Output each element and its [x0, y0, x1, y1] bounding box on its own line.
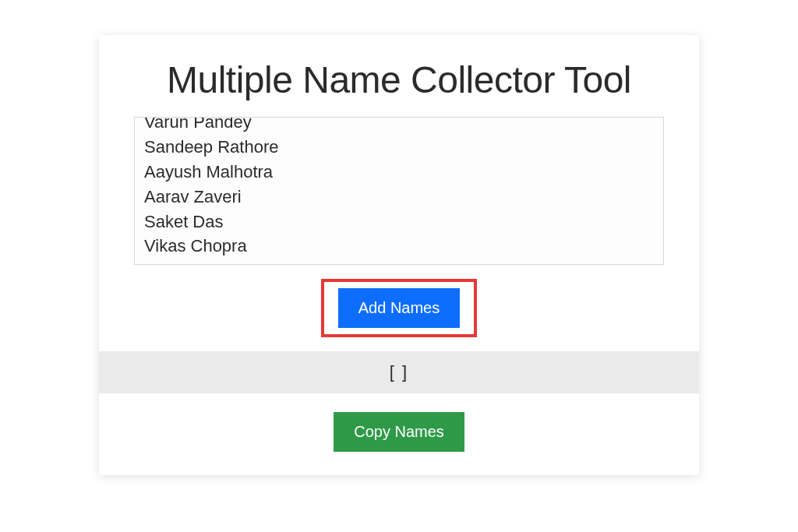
copy-button-row: Copy Names — [99, 412, 699, 452]
add-button-row: Add Names — [99, 268, 699, 351]
tool-card: Multiple Name Collector Tool Add Names [… — [99, 35, 699, 475]
page-title: Multiple Name Collector Tool — [99, 35, 699, 117]
add-names-button[interactable]: Add Names — [338, 288, 461, 328]
copy-names-button[interactable]: Copy Names — [334, 412, 464, 452]
names-input[interactable] — [134, 117, 664, 265]
output-display: [ ] — [99, 351, 699, 393]
textarea-container — [99, 117, 699, 268]
highlight-frame: Add Names — [321, 279, 478, 337]
